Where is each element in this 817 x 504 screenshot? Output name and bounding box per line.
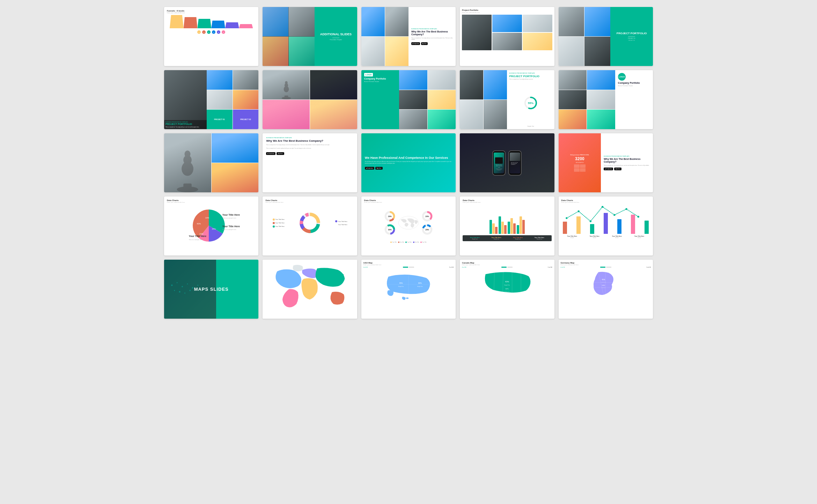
slide-portfolio-percent[interactable]: BUSINESS PRESENTATION TEMPLATE PROJECT P… — [460, 70, 554, 129]
svg-text:60%: 60% — [602, 284, 605, 286]
app-store-btn[interactable]: App Store — [421, 42, 428, 45]
slide-data-charts-1[interactable]: Data Charts Enter your subhead title her… — [164, 197, 258, 255]
pp-title: Project Portfolio — [462, 9, 552, 11]
google-play-btn[interactable]: ▶ Google play — [411, 42, 420, 45]
svg-text:Your Title Here: Your Title Here — [189, 235, 206, 238]
svg-text:Sample Text: Sample Text — [505, 291, 509, 292]
svg-point-57 — [174, 290, 175, 291]
svg-text:40%: 40% — [197, 223, 201, 225]
why-tag: BUSINESS PRESENTATION TEMPLATE — [411, 28, 453, 30]
additional-slides-label: ADDITIONAL SLIDES — [320, 32, 352, 37]
svg-point-48 — [625, 208, 627, 210]
svg-text:Your Title Here: Your Title Here — [222, 214, 240, 216]
slide-why-best-simple[interactable]: BUSINESS PRESENTATION TEMPLATE Why We Ar… — [263, 133, 357, 192]
svg-point-59 — [184, 292, 185, 294]
slide-chess-collage-2[interactable] — [164, 133, 258, 192]
svg-point-45 — [589, 220, 591, 222]
slide-data-charts-3[interactable]: Data Charts Enter your subhead title her… — [361, 197, 456, 255]
svg-text:This is a sample text.: This is a sample text. — [222, 217, 236, 219]
slide-company-portfolio-1[interactable]: LOGO Company Portfolio Business Presenta… — [361, 70, 456, 129]
svg-text:10%: 10% — [205, 217, 209, 219]
slide-canada-map[interactable]: Canada Map Enter your subhead title here… — [460, 260, 554, 319]
svg-rect-1 — [285, 96, 288, 98]
slide-usa-map[interactable]: USA Map Enter your subhead title here 4 … — [361, 260, 456, 319]
slide-data-charts-2[interactable]: Data Charts Enter your subhead title her… — [263, 197, 357, 255]
slide-project-portfolio-teal[interactable]: PROJECT PORTFOLIO PROJECT 01 PROJECT 02 — [559, 7, 653, 66]
svg-text:45%: 45% — [399, 282, 403, 284]
appstore-btn[interactable]: App Store — [277, 152, 284, 155]
svg-rect-8 — [184, 184, 192, 190]
svg-text:45%: 45% — [602, 279, 605, 281]
svg-point-11 — [185, 150, 191, 157]
svg-point-61 — [406, 297, 408, 299]
svg-point-50 — [171, 284, 172, 286]
slide-why-best-phone[interactable]: Did you know THIS IS COOL 3200 INFOGRAPH… — [559, 133, 653, 192]
svg-point-49 — [637, 216, 639, 217]
svg-point-4 — [285, 81, 287, 84]
svg-point-47 — [613, 214, 615, 216]
pp-teal-title: PROJECT PORTFOLIO — [617, 32, 647, 35]
svg-text:This is a sample text.: This is a sample text. — [189, 239, 203, 240]
svg-point-46 — [601, 206, 603, 208]
slide-project-portfolio-1[interactable]: Project Portfolio Enter your subhead tit… — [460, 7, 554, 66]
slide-data-charts-5[interactable]: Data Charts Enter your subhead title her… — [559, 197, 653, 255]
usa-subtitle: Enter your subhead title here — [363, 264, 454, 266]
dc3-subtitle: Enter your subhead title here — [364, 201, 453, 203]
why-title: Why We Are The Best Business Company? — [411, 30, 453, 36]
svg-text:Your Title Here: Your Title Here — [222, 225, 240, 228]
slide-app-promo-green[interactable]: We Have Professional And Competence In O… — [361, 133, 456, 192]
svg-point-44 — [577, 210, 579, 212]
canada-subtitle: Enter your subhead title here — [462, 264, 552, 266]
slide-phone-mockup[interactable]: graphicriver 807,810 Fonts, logos, icons… — [460, 133, 554, 192]
slide-company-portfolio-2[interactable]: LOGO Company Portfolio Business Presenta… — [559, 70, 653, 129]
svg-text:20%: 20% — [425, 215, 429, 217]
svg-point-43 — [566, 217, 567, 219]
svg-text:25%: 25% — [425, 229, 429, 231]
gplay2-btn[interactable]: ▶ Google play — [365, 167, 374, 170]
svg-text:Sample Text: Sample Text — [602, 287, 606, 288]
slide-chess-collage[interactable] — [263, 70, 357, 129]
svg-text:Sample Text: Sample Text — [601, 282, 606, 282]
slide-world-map[interactable] — [263, 260, 357, 319]
svg-text:Sample Text: Sample Text — [417, 286, 423, 287]
svg-text:15%: 15% — [199, 233, 203, 235]
svg-point-53 — [187, 283, 188, 284]
germany-subtitle: Enter your subhead title here — [561, 264, 651, 266]
why-body: This is a sample text. You simply add yo… — [411, 37, 453, 40]
slide-portfolio-left[interactable]: BUSINESS PRESENTATION TEMPLATE PROJECT P… — [164, 70, 258, 129]
slide-additional[interactable]: ADDITIONAL SLIDES Presentation Template — [263, 7, 357, 66]
svg-text:25%: 25% — [212, 228, 216, 230]
svg-text:30%: 30% — [388, 229, 392, 231]
dc5-subtitle: Enter your subhead title here — [561, 201, 650, 203]
svg-text:Sample Text: Sample Text — [505, 284, 510, 286]
svg-text:This is a sample text.: This is a sample text. — [222, 229, 236, 230]
dc4-subtitle: Enter your subhead title here — [463, 201, 551, 203]
svg-text:90%: 90% — [418, 282, 422, 284]
dc1-subtitle: Enter your subhead title here — [167, 201, 256, 203]
slide-why-best-1[interactable]: BUSINESS PRESENTATION TEMPLATE Why We Ar… — [361, 7, 456, 66]
appstore2-btn[interactable]: App Store — [375, 167, 383, 170]
gplay-btn[interactable]: ▶ Google play — [266, 152, 275, 155]
slide-funnels[interactable]: Funnels - 6 levels Enter your subhead ti… — [164, 7, 258, 66]
svg-text:43%: 43% — [505, 281, 509, 283]
svg-text:29%: 29% — [388, 215, 392, 217]
slide-maps-banner[interactable]: MAPS SLIDES — [164, 260, 258, 319]
svg-point-51 — [177, 282, 178, 283]
slide-germany-map[interactable]: Germany Map Enter your subhead title her… — [559, 260, 653, 319]
maps-slides-label: MAPS SLIDES — [194, 287, 229, 292]
svg-point-52 — [182, 286, 183, 287]
slide-grid: Funnels - 6 levels Enter your subhead ti… — [164, 7, 653, 319]
svg-text:62%: 62% — [506, 288, 509, 290]
pp-subtitle: Enter your subhead title here — [462, 12, 552, 13]
funnels-subtitle: Enter your subhead title here — [167, 12, 256, 14]
svg-point-58 — [179, 291, 180, 292]
dc2-subtitle: Enter your subhead title here — [265, 201, 354, 203]
svg-text:Sample Text: Sample Text — [398, 286, 404, 287]
slide-data-charts-4[interactable]: Data Charts Enter your subhead title her… — [460, 197, 554, 255]
